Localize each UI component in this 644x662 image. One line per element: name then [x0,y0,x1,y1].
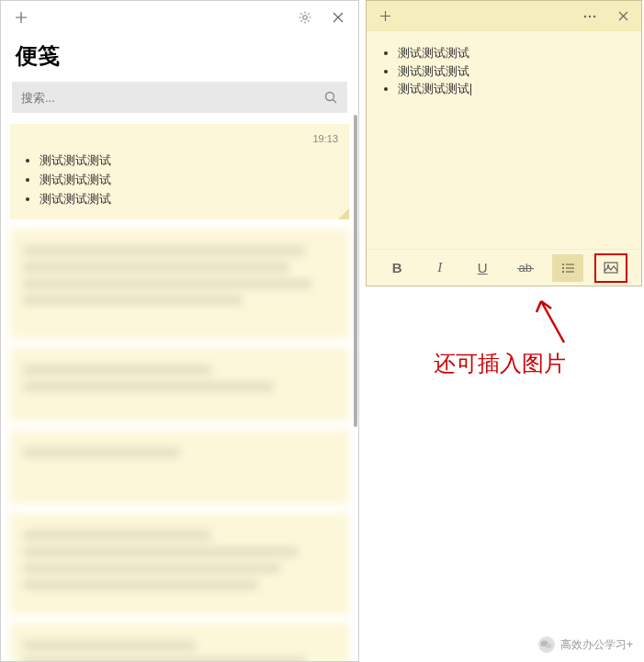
close-icon [333,12,344,23]
svg-point-7 [562,271,564,273]
note-card[interactable] [10,513,349,614]
close-icon [618,11,628,21]
note-content-area[interactable]: 测试测试测试 测试测试测试 测试测试测试 [367,31,641,249]
new-note-button[interactable] [368,0,401,33]
note-card[interactable] [10,431,349,504]
note-card[interactable] [10,623,349,661]
close-button[interactable] [606,0,639,33]
underline-button[interactable]: U [467,254,498,282]
bold-button[interactable]: B [381,254,412,282]
svg-point-3 [589,15,591,17]
close-button[interactable] [322,1,355,34]
bullet-list-button[interactable] [552,254,583,282]
scrollbar-thumb[interactable] [354,115,357,427]
scrollbar[interactable] [353,115,358,427]
ellipsis-icon [583,15,596,18]
note-preview-bullets: 测试测试测试 测试测试测试 测试测试测试 [23,151,336,208]
note-bullet: 测试测试测试 [40,151,336,171]
wechat-icon [538,636,555,653]
svg-point-11 [546,643,552,648]
search-icon [324,91,338,105]
note-card[interactable] [10,348,349,421]
svg-point-5 [562,264,564,265]
note-fold-corner [338,208,349,219]
note-bullet: 测试测试测试 [40,190,336,209]
insert-image-button[interactable] [595,254,627,282]
svg-point-1 [326,92,334,100]
plus-icon [379,10,391,22]
format-toolbar: B I U ab [367,249,641,286]
note-timestamp: 19:13 [312,133,338,144]
image-icon [604,262,618,274]
svg-point-0 [303,16,307,19]
svg-point-2 [584,15,586,17]
menu-button[interactable] [573,0,606,33]
watermark-text: 高效办公学习+ [560,637,633,653]
search-input[interactable] [21,91,324,105]
gear-icon [298,10,312,25]
strikethrough-button[interactable]: ab [510,254,541,282]
notes-list[interactable]: 19:13 测试测试测试 测试测试测试 测试测试测试 [1,124,358,661]
main-titlebar [1,1,358,34]
search-bar[interactable] [12,82,347,113]
note-bullets: 测试测试测试 测试测试测试 测试测试测试 [383,44,625,98]
list-icon [561,263,575,274]
note-card[interactable] [10,229,349,339]
svg-point-6 [562,267,564,269]
plus-icon [15,11,28,24]
italic-button[interactable]: I [424,254,456,282]
note-card[interactable]: 19:13 测试测试测试 测试测试测试 测试测试测试 [10,124,349,219]
annotation-text: 还可插入图片 [434,349,566,378]
note-bullet: 测试测试测试 [40,171,336,190]
new-note-button[interactable] [5,1,38,34]
settings-button[interactable] [288,1,322,34]
annotation-arrow [527,292,573,347]
note-bullet: 测试测试测试 [398,80,625,98]
note-bullet: 测试测试测试 [398,44,625,62]
page-title: 便笺 [1,34,358,82]
watermark: 高效办公学习+ [538,636,633,653]
sticky-notes-main-window: 便笺 19:13 测试测试测试 测试测试测试 测试测试测试 [0,0,359,662]
sticky-note-editor-window: 测试测试测试 测试测试测试 测试测试测试 B I U ab [366,0,642,286]
note-titlebar [367,1,641,31]
svg-point-4 [593,15,595,17]
note-bullet: 测试测试测试 [398,62,625,81]
